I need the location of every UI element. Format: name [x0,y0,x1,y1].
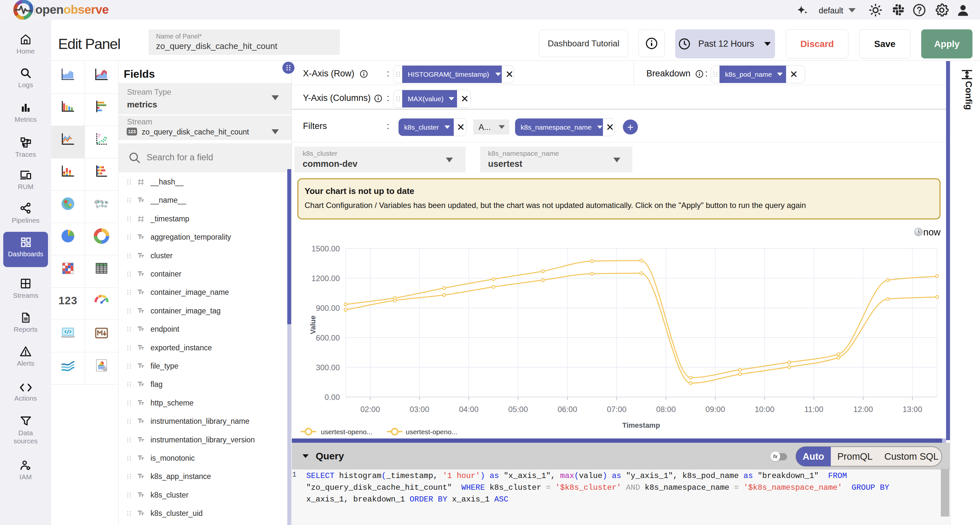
svg-text:usertest-openo...: usertest-openo... [406,428,457,436]
svg-text:06:00: 06:00 [558,405,577,414]
svg-text:300.00: 300.00 [316,363,340,372]
svg-text:600.00: 600.00 [316,333,340,342]
svg-text:03:00: 03:00 [410,405,429,414]
svg-text:12:00: 12:00 [853,405,873,414]
svg-text:Timestamp: Timestamp [622,421,660,430]
svg-text:900.00: 900.00 [316,304,340,312]
svg-text:1200.00: 1200.00 [312,274,340,283]
svg-text:Value: Value [309,315,317,334]
svg-text:usertest-openo...: usertest-openo... [321,428,372,436]
svg-text:10:00: 10:00 [755,405,774,414]
svg-text:11:00: 11:00 [804,405,823,414]
svg-text:Config: Config [964,81,974,110]
svg-text:07:00: 07:00 [607,405,627,414]
svg-text:09:00: 09:00 [705,405,725,414]
svg-text:13:00: 13:00 [903,405,922,414]
svg-text:02:00: 02:00 [360,405,380,414]
svg-text:1500.00: 1500.00 [312,244,340,253]
svg-text:0.00: 0.00 [325,393,340,402]
svg-text:05:00: 05:00 [508,405,528,414]
svg-text:08:00: 08:00 [656,405,676,414]
svg-text:04:00: 04:00 [459,405,479,414]
